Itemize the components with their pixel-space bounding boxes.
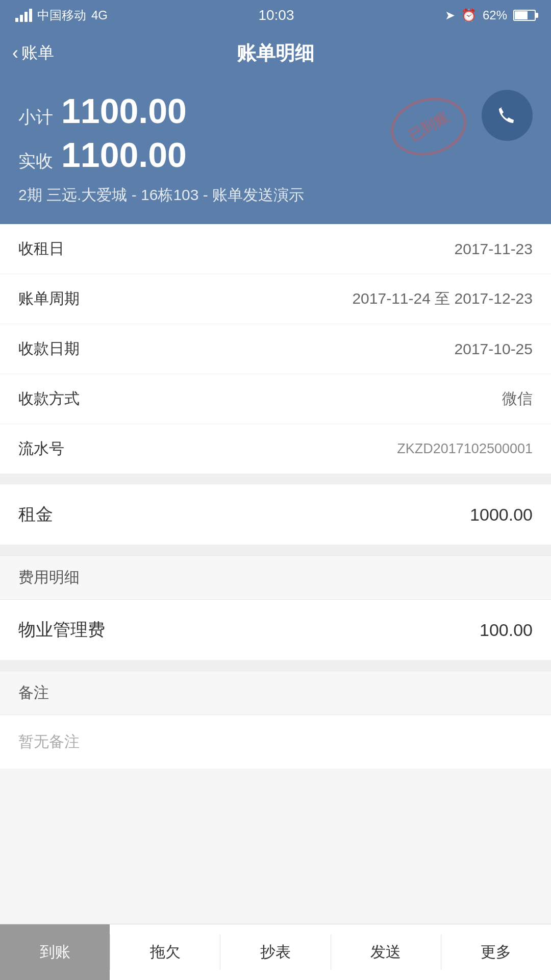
info-value-1: 2017-11-24 至 2017-12-23 bbox=[352, 288, 533, 309]
rent-value: 1000.00 bbox=[470, 505, 533, 525]
info-row-3: 收款方式 微信 bbox=[0, 374, 551, 424]
status-bar: 中国移动 4G 10:03 ➤ ⏰ 62% bbox=[0, 0, 551, 31]
info-row-1: 账单周期 2017-11-24 至 2017-12-23 bbox=[0, 274, 551, 324]
separator-3 bbox=[0, 660, 551, 671]
rent-row: 租金 1000.00 bbox=[0, 484, 551, 545]
info-row-2: 收款日期 2017-10-25 bbox=[0, 324, 551, 374]
location-icon: ➤ bbox=[445, 8, 455, 22]
fee-header-label: 费用明细 bbox=[18, 569, 80, 585]
remarks-section: 备注 暂无备注 bbox=[0, 671, 551, 769]
fee-header-row: 费用明细 bbox=[0, 555, 551, 600]
separator-2 bbox=[0, 545, 551, 555]
stamp-text: 已到账 bbox=[405, 108, 452, 146]
info-label-3: 收款方式 bbox=[18, 388, 80, 409]
subtotal-amount: 1100.00 bbox=[61, 91, 187, 131]
info-section: 收租日 2017-11-23 账单周期 2017-11-24 至 2017-12… bbox=[0, 224, 551, 474]
bottom-spacer bbox=[0, 769, 551, 835]
actual-amount: 1100.00 bbox=[61, 135, 187, 175]
info-label-1: 账单周期 bbox=[18, 288, 80, 309]
nav-bar: ‹ 账单 账单明细 bbox=[0, 31, 551, 76]
header-subtitle: 2期 三远.大爱城 - 16栋103 - 账单发送演示 bbox=[18, 185, 533, 206]
info-value-2: 2017-10-25 bbox=[455, 340, 533, 358]
info-label-2: 收款日期 bbox=[18, 338, 80, 359]
toolbar-btn-fasong[interactable]: 发送 bbox=[331, 924, 441, 980]
header-section: 小计 1100.00 实收 1100.00 2期 三远.大爱城 - 16栋103… bbox=[0, 76, 551, 224]
status-right: ➤ ⏰ 62% bbox=[445, 8, 536, 22]
toolbar-btn-more[interactable]: 更多 bbox=[441, 924, 551, 980]
page-title: 账单明细 bbox=[237, 40, 314, 66]
stamp-circle: 已到账 bbox=[384, 89, 472, 163]
toolbar-btn-chaobiao[interactable]: 抄表 bbox=[220, 924, 330, 980]
info-value-3: 微信 bbox=[502, 388, 533, 409]
remarks-content: 暂无备注 bbox=[0, 715, 551, 769]
rent-section: 租金 1000.00 bbox=[0, 484, 551, 545]
subtotal-label: 小计 bbox=[18, 106, 53, 129]
stamp-overlay: 已到账 bbox=[388, 96, 469, 157]
network-label: 4G bbox=[91, 8, 108, 22]
fee-items: 物业管理费 100.00 bbox=[0, 600, 551, 660]
remarks-header: 备注 bbox=[0, 671, 551, 715]
fee-section: 费用明细 物业管理费 100.00 bbox=[0, 555, 551, 660]
back-button[interactable]: ‹ 账单 bbox=[12, 42, 54, 64]
fee-item-label-0: 物业管理费 bbox=[18, 618, 105, 642]
phone-button[interactable] bbox=[482, 90, 533, 141]
separator-1 bbox=[0, 474, 551, 484]
fee-item-row-0: 物业管理费 100.00 bbox=[0, 600, 551, 660]
battery-label: 62% bbox=[483, 8, 507, 22]
alarm-icon: ⏰ bbox=[461, 8, 477, 22]
info-row-0: 收租日 2017-11-23 bbox=[0, 224, 551, 274]
toolbar-btn-daozhan[interactable]: 到账 bbox=[0, 924, 110, 980]
status-time: 10:03 bbox=[258, 7, 294, 23]
actual-label: 实收 bbox=[18, 150, 53, 173]
battery-icon bbox=[513, 10, 536, 21]
info-label-0: 收租日 bbox=[18, 238, 64, 259]
rent-label: 租金 bbox=[18, 503, 53, 526]
back-arrow-icon: ‹ bbox=[12, 42, 18, 64]
info-value-0: 2017-11-23 bbox=[455, 240, 533, 258]
info-label-4: 流水号 bbox=[18, 438, 64, 459]
status-left: 中国移动 4G bbox=[15, 7, 108, 23]
bottom-toolbar: 到账 拖欠 抄表 发送 更多 bbox=[0, 924, 551, 980]
remarks-header-label: 备注 bbox=[18, 684, 49, 701]
phone-icon bbox=[494, 102, 520, 129]
fee-item-value-0: 100.00 bbox=[480, 620, 533, 640]
info-value-4: ZKZD2017102500001 bbox=[397, 441, 533, 457]
back-label: 账单 bbox=[21, 42, 54, 64]
signal-icon bbox=[15, 9, 32, 22]
toolbar-btn-tuoqian[interactable]: 拖欠 bbox=[110, 924, 220, 980]
info-row-4: 流水号 ZKZD2017102500001 bbox=[0, 424, 551, 474]
carrier-label: 中国移动 bbox=[37, 7, 86, 23]
